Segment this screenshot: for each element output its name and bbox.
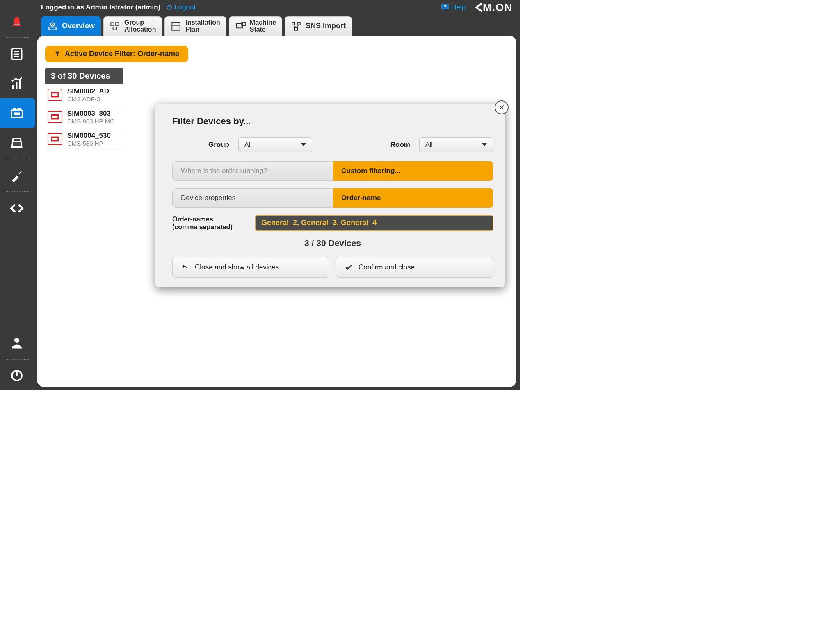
nav-list[interactable] — [0, 39, 34, 69]
modal-title: Filter Devices by... — [172, 116, 493, 127]
nav-user[interactable] — [0, 328, 34, 358]
match-count: 3 / 30 Devices — [172, 238, 493, 248]
brand-k-icon — [473, 2, 484, 13]
tab-label-l1: Machine — [250, 19, 276, 26]
device-name: SIM0003_803 — [67, 109, 114, 118]
tab-sns-import[interactable]: SNS Import — [285, 16, 352, 36]
tabstrip: Overview GroupAllocation InstallationPla… — [34, 15, 520, 36]
device-name: SIM0004_530 — [67, 132, 111, 140]
check-icon — [345, 263, 353, 271]
close-show-all-button[interactable]: Close and show all devices — [172, 257, 329, 278]
svg-rect-8 — [14, 113, 20, 115]
device-list: SIM0002_ADCMS ADF-3 SIM0003_803CMS 803 H… — [45, 84, 123, 150]
nav-power[interactable] — [0, 361, 34, 390]
list-icon — [9, 47, 24, 62]
seg-order-name[interactable]: Order-name — [333, 188, 493, 208]
tab-machine-state[interactable]: MachineState — [229, 16, 282, 36]
seg-order-running[interactable]: Where is the order running? — [172, 161, 333, 181]
logged-in-label: Logged in as Admin Istrator (admin) — [41, 3, 160, 11]
tab-label-l2: Plan — [185, 26, 220, 33]
overview-icon — [47, 21, 58, 32]
device-status-icon — [48, 133, 62, 145]
nav-spool[interactable] — [0, 128, 34, 157]
brand-logo: M.ON — [473, 1, 512, 14]
order-names-input[interactable] — [255, 215, 493, 231]
svg-point-11 — [14, 338, 19, 343]
filter-chip-label: Active Device Filter: Order-name — [65, 50, 179, 58]
code-icon — [9, 201, 24, 216]
tab-group-allocation[interactable]: GroupAllocation — [103, 16, 162, 36]
device-row[interactable]: SIM0004_530CMS 530 HP — [45, 128, 123, 150]
svg-rect-30 — [297, 22, 300, 25]
help-link[interactable]: ? Help — [441, 3, 466, 12]
machine-state-icon — [235, 21, 246, 32]
tab-label-l1: Installation — [185, 19, 220, 26]
undo-icon — [181, 263, 189, 271]
device-sub: CMS ADF-3 — [67, 96, 109, 103]
funnel-icon — [54, 50, 61, 57]
tab-label: SNS Import — [306, 22, 346, 30]
install-plan-icon — [171, 21, 181, 32]
close-show-all-label: Close and show all devices — [195, 263, 279, 271]
svg-rect-31 — [295, 27, 298, 30]
device-row[interactable]: SIM0002_ADCMS ADF-3 — [45, 84, 123, 106]
room-value: All — [425, 141, 433, 148]
svg-rect-6 — [19, 80, 21, 89]
order-names-label: Order-names (comma separated) — [172, 215, 246, 231]
tab-overview[interactable]: Overview — [41, 16, 101, 36]
help-label: Help — [451, 3, 466, 11]
group-value: All — [244, 141, 252, 148]
close-icon — [498, 104, 505, 111]
seg-device-properties[interactable]: Device-properties — [172, 188, 333, 208]
svg-rect-29 — [292, 22, 295, 25]
power-small-icon — [166, 4, 173, 11]
device-name: SIM0002_AD — [67, 87, 109, 96]
nav-devices[interactable] — [0, 98, 35, 128]
tab-label: Overview — [62, 22, 95, 30]
nav-code[interactable] — [0, 194, 34, 223]
logout-link[interactable]: Logout — [166, 3, 196, 11]
sidebar-divider — [5, 359, 29, 360]
group-label: Group — [208, 141, 229, 149]
nav-tools[interactable] — [0, 161, 34, 190]
device-row[interactable]: SIM0003_803CMS 803 HP MC — [45, 106, 123, 128]
nav-stats[interactable] — [0, 69, 34, 98]
chevron-down-icon — [482, 143, 487, 146]
room-select[interactable]: All — [419, 137, 493, 152]
spool-icon — [9, 135, 24, 150]
svg-rect-22 — [116, 23, 119, 25]
chevron-down-icon — [301, 143, 306, 146]
svg-point-19 — [52, 24, 53, 25]
svg-rect-21 — [111, 23, 114, 25]
order-names-label-l2: (comma separated) — [172, 223, 233, 230]
active-filter-chip[interactable]: Active Device Filter: Order-name — [45, 46, 188, 62]
help-icon: ? — [441, 3, 450, 12]
group-alloc-icon — [110, 21, 120, 32]
confirm-close-button[interactable]: Confirm and close — [336, 257, 493, 278]
svg-rect-39 — [52, 138, 58, 140]
tab-installation-plan[interactable]: InstallationPlan — [164, 16, 226, 36]
seg-custom-filtering[interactable]: Custom filtering... — [333, 161, 493, 181]
device-status-icon — [48, 111, 62, 123]
brand-text: M.ON — [483, 1, 512, 14]
logout-label: Logout — [174, 3, 196, 11]
user-icon — [9, 335, 24, 350]
svg-rect-35 — [52, 93, 58, 96]
svg-rect-4 — [12, 85, 14, 89]
svg-rect-5 — [16, 82, 18, 89]
device-sub: CMS 803 HP MC — [67, 118, 114, 125]
svg-rect-20 — [49, 27, 56, 30]
device-count: 3 of 30 Devices — [45, 68, 123, 84]
nav-alarm[interactable] — [0, 7, 34, 36]
confirm-close-label: Confirm and close — [358, 263, 415, 271]
room-label: Room — [390, 141, 410, 149]
sidebar-divider — [5, 191, 29, 192]
modal-close-button[interactable] — [495, 100, 509, 114]
svg-rect-37 — [52, 116, 58, 118]
order-names-label-l1: Order-names — [172, 216, 213, 223]
device-sub: CMS 530 HP — [67, 140, 111, 147]
group-select[interactable]: All — [238, 137, 312, 152]
device-icon — [9, 106, 24, 121]
screwdriver-icon — [9, 168, 24, 183]
chart-icon — [9, 76, 24, 91]
